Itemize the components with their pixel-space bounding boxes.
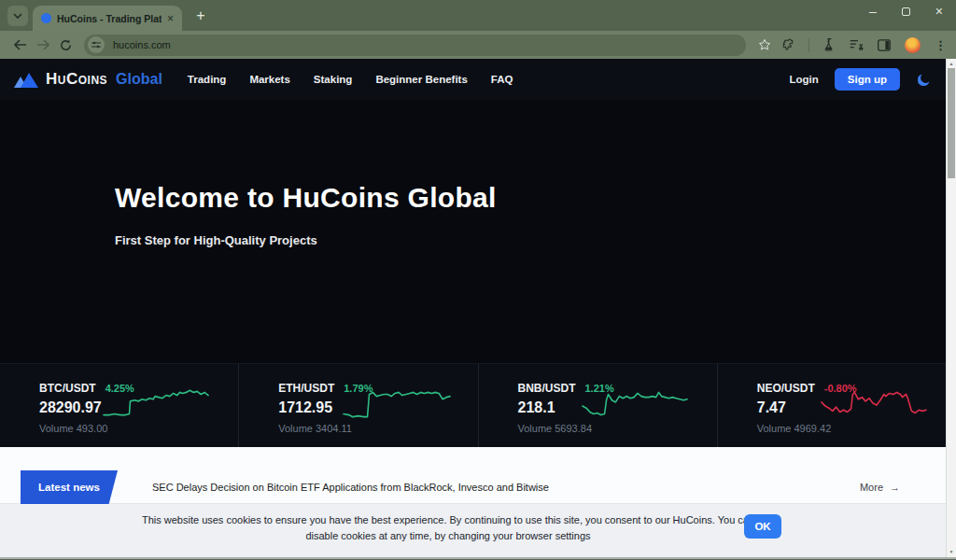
page-content: HuCoins Global Trading Markets Staking B… [0, 59, 956, 557]
logo-suffix: Global [116, 71, 162, 88]
news-headline[interactable]: SEC Delays Decision on Bitcoin ETF Appli… [152, 482, 549, 493]
new-tab-button[interactable]: + [190, 5, 212, 27]
bookmark-button[interactable] [753, 34, 776, 56]
browser-tab-strip: HuCoins - Trading Platform × + – × [0, 0, 956, 31]
hero-subtitle: First Step for High-Quality Projects [115, 233, 956, 247]
hero-section: Welcome to HuCoins Global First Step for… [0, 100, 956, 363]
browser-menu-icon[interactable]: ⋮ [935, 38, 947, 52]
ticker-card-bnb-usdt[interactable]: BNB/USDT 1.21% 218.1 Volume 5693.84 [478, 364, 717, 447]
chevron-down-icon [13, 13, 22, 19]
site-favicon [41, 13, 51, 23]
nav-item-trading[interactable]: Trading [188, 74, 227, 85]
profile-avatar[interactable] [905, 37, 921, 53]
scrollbar-down-icon[interactable]: ▼ [947, 547, 956, 556]
pair-label: ETH/USDT [278, 382, 334, 395]
reload-button[interactable] [54, 34, 77, 56]
toolbar-icons: ⋮ [781, 37, 947, 53]
page-scrollbar[interactable]: ▲ ▼ [946, 59, 956, 557]
forward-arrow-icon [36, 39, 49, 50]
window-controls: – × [869, 5, 943, 18]
bottom-section: Latest news SEC Delays Decision on Bitco… [0, 447, 956, 557]
site-logo[interactable]: HuCoins Global [13, 70, 162, 89]
back-arrow-icon [14, 39, 27, 50]
window-minimize-button[interactable]: – [869, 5, 877, 18]
pair-label: NEO/USDT [757, 382, 815, 395]
dark-mode-moon-icon[interactable] [916, 72, 932, 88]
volume-label: Volume 493.00 [39, 423, 238, 434]
translate-icon[interactable] [850, 39, 864, 51]
nav-item-markets[interactable]: Markets [249, 74, 289, 85]
news-more-link[interactable]: More → [860, 482, 900, 493]
mountain-logo-icon [13, 71, 39, 89]
tab-title: HuCoins - Trading Platform [57, 13, 162, 24]
hero-title: Welcome to HuCoins Global [115, 182, 956, 214]
ticker-card-btc-usdt[interactable]: BTC/USDT 4.25% 28290.97 Volume 493.00 [0, 364, 238, 447]
browser-tab[interactable]: HuCoins - Trading Platform × [33, 6, 182, 31]
more-label: More [860, 482, 883, 493]
volume-label: Volume 3404.11 [278, 423, 477, 434]
extensions-icon[interactable] [781, 38, 794, 51]
labs-flask-icon[interactable] [823, 38, 836, 51]
auth-area: Login Sign up [790, 68, 932, 91]
forward-button[interactable] [32, 34, 54, 56]
side-panel-icon[interactable] [878, 39, 891, 51]
pair-label: BTC/USDT [39, 382, 96, 395]
ticker-card-eth-usdt[interactable]: ETH/USDT 1.79% 1712.95 Volume 3404.11 [238, 364, 477, 447]
latest-news-badge: Latest news [21, 470, 118, 504]
login-link[interactable]: Login [790, 74, 819, 85]
site-header: HuCoins Global Trading Markets Staking B… [0, 59, 956, 100]
sparkline-chart [820, 385, 930, 424]
site-settings-icon[interactable] [88, 36, 105, 53]
pair-label: BNB/USDT [518, 382, 576, 395]
scrollbar-thumb[interactable] [948, 68, 955, 178]
sparkline-chart [342, 385, 452, 424]
address-bar[interactable]: hucoins.com [84, 35, 746, 56]
window-close-button[interactable]: × [935, 5, 943, 18]
ticker-card-neo-usdt[interactable]: NEO/USDT -0.80% 7.47 Volume 4969.42 [717, 364, 956, 447]
nav-item-staking[interactable]: Staking [314, 74, 353, 85]
right-arrow-icon: → [890, 482, 900, 493]
scrollbar-up-icon[interactable]: ▲ [947, 59, 956, 68]
browser-toolbar: hucoins.com ⋮ [0, 31, 956, 59]
site-nav: Trading Markets Staking Beginner Benefit… [188, 74, 513, 85]
browser-window: HuCoins - Trading Platform × + – × hucoi… [0, 0, 956, 560]
url-text[interactable]: hucoins.com [113, 39, 171, 50]
window-maximize-button[interactable] [902, 7, 910, 16]
tab-search-button[interactable] [7, 6, 28, 26]
volume-label: Volume 4969.42 [757, 423, 956, 434]
sparkline-chart [102, 385, 212, 424]
back-button[interactable] [9, 34, 32, 56]
signup-button[interactable]: Sign up [835, 68, 900, 91]
nav-item-faq[interactable]: FAQ [491, 74, 513, 85]
news-bar: Latest news SEC Delays Decision on Bitco… [0, 447, 956, 504]
sparkline-chart [581, 385, 691, 424]
logo-name: HuCoins [46, 70, 107, 89]
star-icon [758, 38, 771, 51]
reload-icon [60, 39, 72, 51]
ticker-strip: BTC/USDT 4.25% 28290.97 Volume 493.00 ET… [0, 363, 956, 447]
volume-label: Volume 5693.84 [518, 423, 717, 434]
nav-item-beginner-benefits[interactable]: Beginner Benefits [375, 74, 467, 85]
tab-close-icon[interactable]: × [167, 13, 174, 24]
toolbar-separator [808, 38, 809, 52]
cookie-ok-button[interactable]: OK [744, 514, 781, 539]
